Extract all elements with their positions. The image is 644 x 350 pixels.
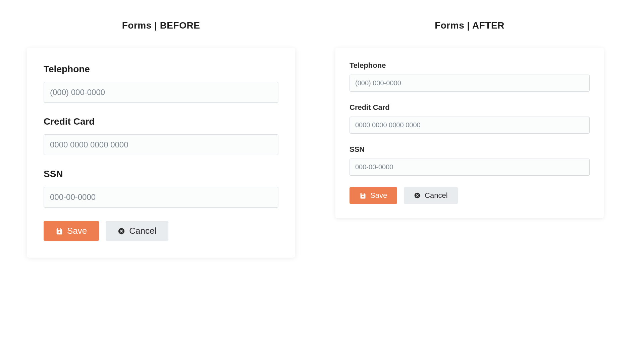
ssn-field-group: SSN xyxy=(350,145,590,176)
telephone-field-group: Telephone xyxy=(350,61,590,92)
telephone-label: Telephone xyxy=(350,61,590,70)
ssn-field-group: SSN xyxy=(44,169,278,208)
close-icon xyxy=(118,227,125,235)
credit-card-field-group: Credit Card xyxy=(44,116,278,155)
save-icon xyxy=(360,192,366,199)
credit-card-label: Credit Card xyxy=(350,103,590,112)
svg-point-1 xyxy=(58,231,60,233)
after-column: Forms | AFTER Telephone Credit Card SSN xyxy=(335,20,604,218)
save-button-label: Save xyxy=(67,226,87,236)
before-button-row: Save Cancel xyxy=(44,221,278,241)
telephone-field-group: Telephone xyxy=(44,64,278,103)
save-button[interactable]: Save xyxy=(350,187,397,204)
after-button-row: Save Cancel xyxy=(350,187,590,204)
credit-card-field-group: Credit Card xyxy=(350,103,590,134)
ssn-input[interactable] xyxy=(44,187,278,208)
save-icon xyxy=(56,227,63,235)
telephone-input[interactable] xyxy=(350,75,590,92)
credit-card-input[interactable] xyxy=(350,117,590,134)
save-button[interactable]: Save xyxy=(44,221,99,241)
telephone-input[interactable] xyxy=(44,82,278,103)
ssn-label: SSN xyxy=(350,145,590,154)
cancel-button[interactable]: Cancel xyxy=(106,221,168,241)
close-icon xyxy=(414,192,421,199)
before-title: Forms | BEFORE xyxy=(27,20,295,31)
svg-rect-3 xyxy=(362,193,364,195)
ssn-label: SSN xyxy=(44,169,278,179)
before-card: Telephone Credit Card SSN xyxy=(27,48,295,258)
after-card: Telephone Credit Card SSN xyxy=(335,48,604,218)
save-button-label: Save xyxy=(370,191,387,200)
cancel-button-label: Cancel xyxy=(129,226,156,236)
cancel-button-label: Cancel xyxy=(425,191,447,200)
credit-card-input[interactable] xyxy=(44,134,278,155)
svg-point-4 xyxy=(362,195,364,197)
before-column: Forms | BEFORE Telephone Credit Card SSN xyxy=(27,20,295,258)
after-title: Forms | AFTER xyxy=(335,20,604,31)
cancel-button[interactable]: Cancel xyxy=(404,187,458,204)
ssn-input[interactable] xyxy=(350,159,590,176)
svg-rect-0 xyxy=(58,228,60,230)
telephone-label: Telephone xyxy=(44,64,278,75)
credit-card-label: Credit Card xyxy=(44,116,278,127)
